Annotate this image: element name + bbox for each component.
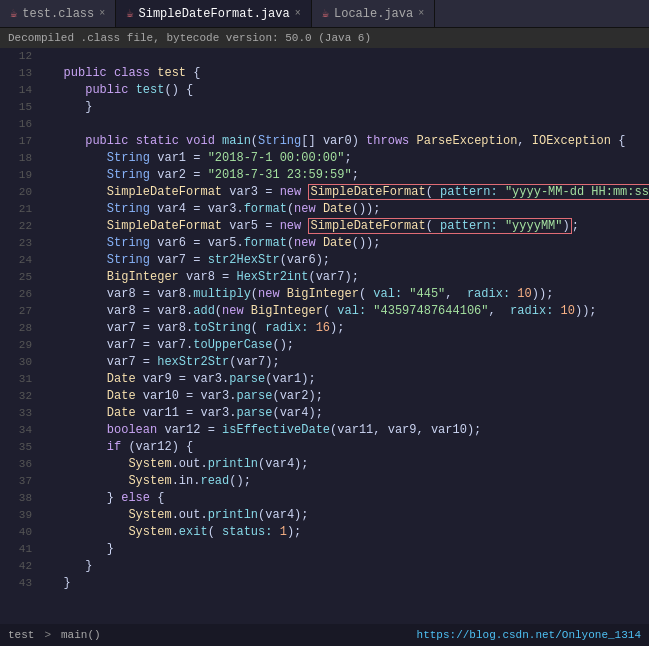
- tab-label-test-class: test.class: [22, 7, 94, 21]
- line-num-40: 40: [0, 524, 32, 541]
- close-tab-test-class[interactable]: ×: [99, 8, 105, 19]
- line-num-33: 33: [0, 405, 32, 422]
- breadcrumb-arrow: >: [44, 629, 51, 641]
- line-num-14: 14: [0, 82, 32, 99]
- line-num-17: 17▶◇: [0, 133, 32, 150]
- code-line-14: public test() {: [42, 82, 649, 99]
- tab-locale[interactable]: ☕ Locale.java ×: [312, 0, 435, 27]
- line-num-12: 12: [0, 48, 32, 65]
- close-tab-locale[interactable]: ×: [418, 8, 424, 19]
- line-num-31: 31: [0, 371, 32, 388]
- tab-label-locale: Locale.java: [334, 7, 413, 21]
- line-num-19: 19: [0, 167, 32, 184]
- line-num-32: 32: [0, 388, 32, 405]
- code-line-27: var8 = var8.add(new BigInteger( val: "43…: [42, 303, 649, 320]
- line-num-24: 24: [0, 252, 32, 269]
- code-line-20: SimpleDateFormat var3 = new SimpleDateFo…: [42, 184, 649, 201]
- line-num-21: 21: [0, 201, 32, 218]
- line-num-42: 42: [0, 558, 32, 575]
- code-line-18: String var1 = "2018-7-1 00:00:00";: [42, 150, 649, 167]
- line-num-22: 22: [0, 218, 32, 235]
- code-line-29: var7 = var7.toUpperCase();: [42, 337, 649, 354]
- line-num-28: 28: [0, 320, 32, 337]
- line-num-36: 36: [0, 456, 32, 473]
- watermark: https://blog.csdn.net/Onlyone_1314: [417, 629, 641, 641]
- code-line-43: }: [42, 575, 649, 592]
- code-line-38: } else {: [42, 490, 649, 507]
- info-bar: Decompiled .class file, bytecode version…: [0, 28, 649, 48]
- code-line-12: [42, 48, 649, 65]
- code-line-25: BigInteger var8 = HexStr2int(var7);: [42, 269, 649, 286]
- line-num-23: 23: [0, 235, 32, 252]
- close-tab-simple[interactable]: ×: [295, 8, 301, 19]
- line-num-39: 39: [0, 507, 32, 524]
- tab-icon-test-class: ☕: [10, 6, 17, 21]
- code-line-39: System.out.println(var4);: [42, 507, 649, 524]
- code-line-40: System.exit( status: 1);: [42, 524, 649, 541]
- tab-label-simple: SimpleDateFormat.java: [139, 7, 290, 21]
- tab-icon-locale: ☕: [322, 6, 329, 21]
- code-line-34: boolean var12 = isEffectiveDate(var11, v…: [42, 422, 649, 439]
- code-line-41: }: [42, 541, 649, 558]
- tab-test-class[interactable]: ☕ test.class ×: [0, 0, 116, 27]
- line-num-13: 13: [0, 65, 32, 82]
- line-num-20: 20: [0, 184, 32, 201]
- code-line-31: Date var9 = var3.parse(var1);: [42, 371, 649, 388]
- line-num-26: 26: [0, 286, 32, 303]
- code-line-15: }: [42, 99, 649, 116]
- line-num-29: 29: [0, 337, 32, 354]
- status-bar: test > main() https://blog.csdn.net/Only…: [0, 624, 649, 646]
- tab-simple-date-format[interactable]: ☕ SimpleDateFormat.java ×: [116, 0, 311, 27]
- code-line-17: public static void main(String[] var0) t…: [42, 133, 649, 150]
- code-line-19: String var2 = "2018-7-31 23:59:59";: [42, 167, 649, 184]
- code-line-37: System.in.read();: [42, 473, 649, 490]
- status-breadcrumb: test > main(): [8, 629, 101, 641]
- tab-icon-simple: ☕: [126, 6, 133, 21]
- info-bar-text: Decompiled .class file, bytecode version…: [8, 32, 371, 44]
- line-num-15: 15: [0, 99, 32, 116]
- code-line-36: System.out.println(var4);: [42, 456, 649, 473]
- code-line-21: String var4 = var3.format(new Date());: [42, 201, 649, 218]
- code-line-33: Date var11 = var3.parse(var4);: [42, 405, 649, 422]
- code-line-35: if (var12) {: [42, 439, 649, 456]
- code-line-42: }: [42, 558, 649, 575]
- line-num-38: 38: [0, 490, 32, 507]
- line-num-30: 30: [0, 354, 32, 371]
- line-num-35: 35: [0, 439, 32, 456]
- breadcrumb-test: test: [8, 629, 34, 641]
- code-line-16: [42, 116, 649, 133]
- code-line-26: var8 = var8.multiply(new BigInteger( val…: [42, 286, 649, 303]
- code-line-23: String var6 = var5.format(new Date());: [42, 235, 649, 252]
- code-line-24: String var7 = str2HexStr(var6);: [42, 252, 649, 269]
- line-num-27: 27: [0, 303, 32, 320]
- code-line-32: Date var10 = var3.parse(var2);: [42, 388, 649, 405]
- code-line-30: var7 = hexStr2Str(var7);: [42, 354, 649, 371]
- line-num-25: 25: [0, 269, 32, 286]
- line-num-16: 16: [0, 116, 32, 133]
- tab-bar: ☕ test.class × ☕ SimpleDateFormat.java ×…: [0, 0, 649, 28]
- line-numbers: 12 13 14 15 16 17▶◇ 18 19 20 21 22 23 24…: [0, 48, 38, 624]
- line-num-37: 37: [0, 473, 32, 490]
- line-num-18: 18: [0, 150, 32, 167]
- code-line-28: var7 = var8.toString( radix: 16);: [42, 320, 649, 337]
- breadcrumb-main: main(): [61, 629, 101, 641]
- code-line-13: public class test {: [42, 65, 649, 82]
- code-content: public class test { public test() { } pu…: [38, 48, 649, 624]
- line-num-41: 41: [0, 541, 32, 558]
- line-num-43: 43: [0, 575, 32, 592]
- line-num-34: 34: [0, 422, 32, 439]
- code-line-22: SimpleDateFormat var5 = new SimpleDateFo…: [42, 218, 649, 235]
- code-area: 12 13 14 15 16 17▶◇ 18 19 20 21 22 23 24…: [0, 48, 649, 624]
